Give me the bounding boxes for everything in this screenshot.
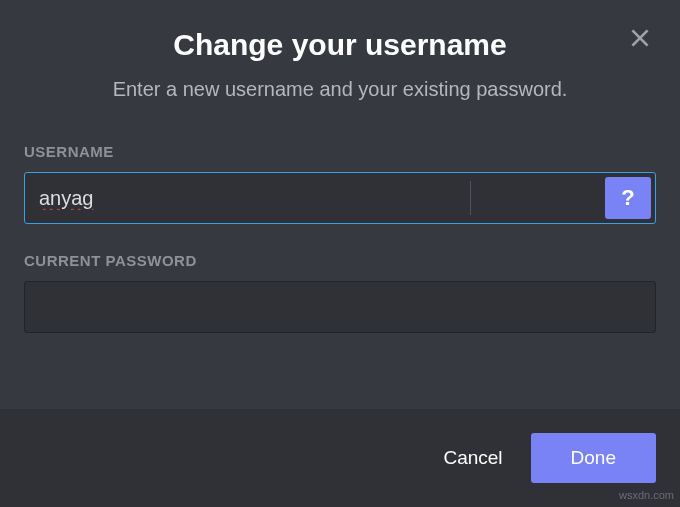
close-icon bbox=[627, 25, 653, 51]
modal-title: Change your username bbox=[24, 28, 656, 62]
form-body: USERNAME ? CURRENT PASSWORD bbox=[0, 119, 680, 409]
change-username-modal: Change your username Enter a new usernam… bbox=[0, 0, 680, 507]
modal-subtitle: Enter a new username and your existing p… bbox=[24, 78, 656, 101]
username-label: USERNAME bbox=[24, 143, 656, 160]
username-row: ? bbox=[24, 172, 656, 224]
close-button[interactable] bbox=[624, 22, 656, 54]
modal-header: Change your username Enter a new usernam… bbox=[0, 0, 680, 119]
done-button[interactable]: Done bbox=[531, 433, 656, 483]
question-icon: ? bbox=[621, 185, 634, 211]
password-label: CURRENT PASSWORD bbox=[24, 252, 656, 269]
help-button[interactable]: ? bbox=[605, 177, 651, 219]
username-input[interactable] bbox=[25, 173, 470, 223]
cancel-button[interactable]: Cancel bbox=[443, 447, 502, 469]
watermark: wsxdn.com bbox=[619, 489, 674, 501]
discriminator-input[interactable] bbox=[471, 173, 601, 223]
modal-footer: Cancel Done bbox=[0, 409, 680, 507]
password-input[interactable] bbox=[24, 281, 656, 333]
